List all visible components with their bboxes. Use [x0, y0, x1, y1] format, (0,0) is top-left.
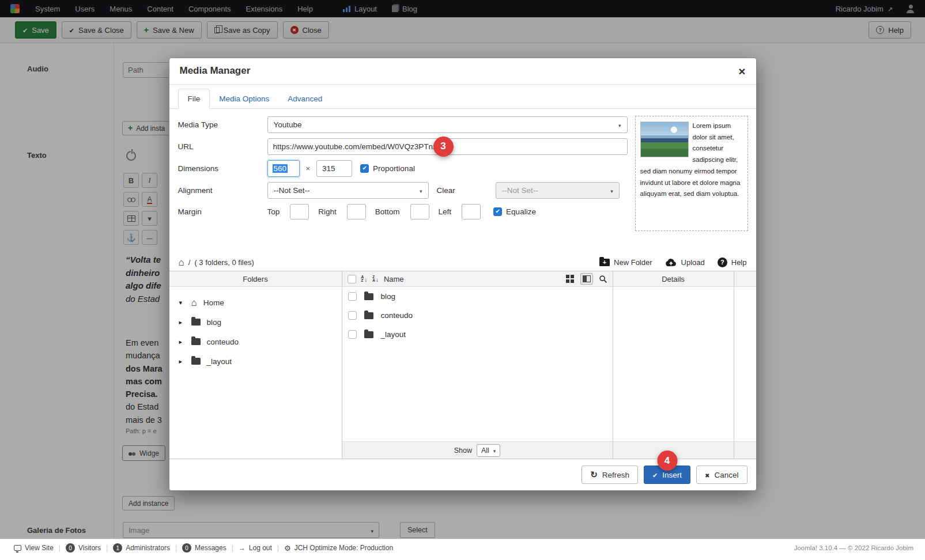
equalize-checkbox[interactable]: [493, 207, 502, 216]
refresh-button[interactable]: Refresh: [582, 466, 638, 484]
upload-cloud-icon: [665, 258, 677, 267]
alignment-select[interactable]: --Not Set--: [267, 182, 429, 199]
insert-button[interactable]: 4 Insert: [644, 466, 690, 484]
grid-view-icon[interactable]: [566, 275, 569, 278]
jch-optimize-mode[interactable]: JCH Optimize Mode: Production: [284, 544, 393, 553]
folders-panel: Folders Home blog cont: [169, 271, 342, 459]
margin-left-input[interactable]: [462, 204, 481, 220]
view-site-link[interactable]: View Site: [14, 544, 54, 552]
tree-item-blog[interactable]: blog: [169, 312, 342, 332]
modal-header: Media Manager: [169, 58, 756, 85]
help-icon: [718, 258, 727, 267]
messages-link[interactable]: 0 Messages: [182, 543, 226, 553]
visitors-link[interactable]: 0 Visitors: [66, 543, 101, 553]
logout-link[interactable]: Log out: [239, 544, 272, 552]
caret-down-icon: [610, 186, 613, 195]
screen-icon: [14, 545, 21, 551]
sort-asc-icon[interactable]: [361, 275, 368, 283]
show-select[interactable]: All: [477, 444, 500, 457]
clear-select[interactable]: --Not Set--: [496, 182, 620, 199]
caret-right-icon[interactable]: [179, 358, 185, 365]
version-text: Joomla! 3.10.4 — © 2022 Ricardo Jobim: [794, 544, 913, 551]
tree-item-layout[interactable]: _layout: [169, 351, 342, 371]
modal-title: Media Manager: [180, 65, 251, 77]
file-row-conteudo[interactable]: conteudo: [342, 306, 613, 325]
visitors-count-badge: 0: [66, 543, 75, 553]
screen: System Users Menus Content Components Ex…: [0, 0, 925, 560]
gear-icon: [284, 544, 291, 553]
margin-top-input[interactable]: [290, 204, 309, 220]
file-browser: Folders Home blog cont: [169, 271, 756, 459]
scroll-strip: [734, 271, 756, 459]
home-icon[interactable]: [179, 258, 184, 267]
breadcrumb-separator: /: [188, 258, 191, 267]
preview-box: Lorem ipsum dolor sit amet, consetetur s…: [635, 116, 748, 231]
folder-icon: [364, 312, 373, 319]
alignment-label: Alignment: [178, 186, 267, 195]
home-icon: [191, 298, 197, 308]
proportional-checkbox[interactable]: [360, 164, 369, 173]
search-icon[interactable]: [599, 275, 607, 283]
details-view-button[interactable]: [580, 273, 593, 285]
media-manager-modal: Media Manager File Media Options Advance…: [169, 58, 757, 491]
modal-tabs: File Media Options Advanced: [169, 85, 756, 109]
details-panel: Details: [613, 271, 734, 459]
check-icon: [652, 471, 658, 479]
folders-header: Folders: [169, 271, 342, 287]
height-input[interactable]: [316, 160, 352, 177]
sort-desc-icon[interactable]: [372, 275, 379, 283]
new-folder-icon: [599, 259, 610, 266]
caret-right-icon[interactable]: [179, 319, 185, 326]
step-badge-3: 3: [433, 137, 454, 157]
folder-icon: [364, 331, 373, 338]
file-row-layout[interactable]: _layout: [342, 325, 613, 344]
row-checkbox[interactable]: [348, 292, 357, 301]
caret-right-icon[interactable]: [179, 338, 185, 346]
logout-icon: [239, 544, 246, 552]
margin-bottom-input[interactable]: [410, 204, 429, 220]
tree-item-home[interactable]: Home: [169, 293, 342, 312]
preview-thumbnail: [640, 122, 689, 157]
margin-right-input[interactable]: [347, 204, 366, 220]
clear-label: Clear: [437, 186, 455, 195]
modal-form: Media Type Youtube URL 3 Dimensions 560: [169, 109, 756, 253]
tree-item-conteudo[interactable]: conteudo: [169, 332, 342, 351]
messages-count-badge: 0: [182, 543, 191, 553]
status-bar: View Site 0 Visitors 1 Administrators 0 …: [0, 539, 925, 560]
proportional-label: Proportional: [373, 164, 415, 173]
dimensions-label: Dimensions: [178, 164, 267, 173]
url-label: URL: [178, 142, 267, 151]
separator: [232, 544, 233, 552]
cancel-button[interactable]: Cancel: [696, 466, 747, 484]
upload-button[interactable]: Upload: [665, 258, 705, 267]
margin-label: Margin: [178, 207, 267, 216]
modal-close-icon[interactable]: [738, 65, 745, 77]
select-all-checkbox[interactable]: [348, 275, 356, 283]
media-type-select[interactable]: Youtube: [267, 116, 628, 133]
file-row-blog[interactable]: blog: [342, 287, 613, 306]
selected-text: 560: [273, 164, 288, 173]
row-checkbox[interactable]: [348, 330, 357, 339]
folder-icon: [364, 293, 373, 300]
new-folder-button[interactable]: New Folder: [599, 258, 652, 267]
folder-icon: [191, 319, 201, 326]
help-link[interactable]: Help: [718, 258, 747, 267]
separator: [106, 544, 108, 552]
modal-footer: Refresh 4 Insert Cancel: [169, 459, 756, 490]
margin-right-label: Right: [318, 207, 337, 216]
tab-file[interactable]: File: [178, 89, 210, 109]
tab-advanced[interactable]: Advanced: [278, 89, 331, 108]
tab-media-options[interactable]: Media Options: [210, 89, 278, 108]
margin-top-label: Top: [267, 207, 280, 216]
caret-down-icon: [618, 120, 621, 129]
width-input[interactable]: 560: [267, 160, 300, 177]
name-column-header: Name: [384, 275, 404, 283]
media-type-label: Media Type: [178, 120, 267, 129]
admins-count-badge: 1: [113, 543, 122, 553]
row-checkbox[interactable]: [348, 311, 357, 320]
administrators-link[interactable]: 1 Administrators: [113, 543, 170, 553]
caret-down-icon[interactable]: [179, 299, 185, 307]
breadcrumb-bar: / ( 3 folders, 0 files) New Folder Uploa…: [169, 253, 756, 271]
files-panel: Name: [342, 271, 613, 459]
folder-icon: [191, 358, 201, 365]
